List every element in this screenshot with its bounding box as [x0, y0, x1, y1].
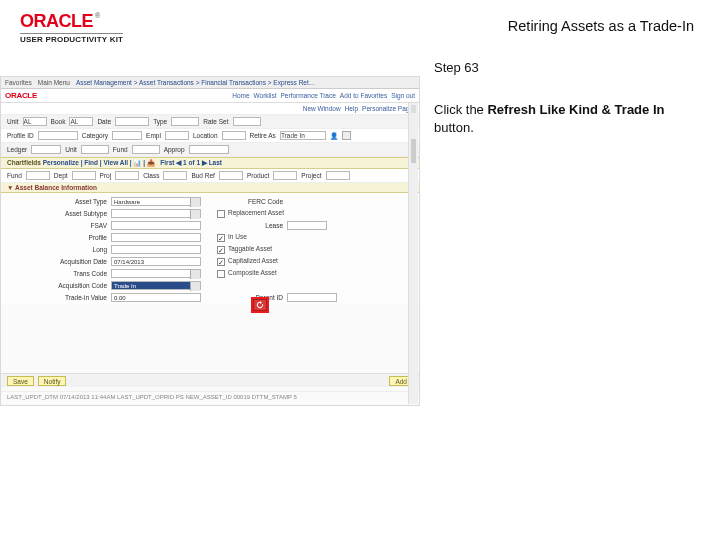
cf-product[interactable] [273, 171, 297, 180]
breadcrumb-bar: Favorites Main Menu Asset Management > A… [1, 77, 419, 89]
ledger-field[interactable] [31, 145, 61, 154]
type-field[interactable] [171, 117, 199, 126]
fsav-label: FSAV [91, 222, 112, 229]
refresh-like-kind-trade-in-button[interactable] [253, 299, 267, 311]
worklist-link[interactable]: Worklist [254, 92, 277, 99]
profile-field[interactable] [38, 131, 78, 140]
acq-code-field[interactable]: Trade In [111, 281, 201, 290]
save-button[interactable]: Save [7, 376, 34, 386]
asset-subtype-label: Asset Subtype [65, 210, 111, 217]
acq-date-field[interactable]: 07/14/2013 [111, 257, 201, 266]
oracle-upk-logo: ORACLE® USER PRODUCTIVITY KIT [20, 12, 123, 44]
book-field[interactable]: AL [69, 117, 93, 126]
mini-oracle-logo: ORACLE [5, 91, 37, 100]
cf-class[interactable] [163, 171, 187, 180]
asset-type-label: Asset Type [75, 198, 111, 205]
cf-budref[interactable] [219, 171, 243, 180]
upk-subtitle: USER PRODUCTIVITY KIT [20, 33, 123, 44]
ferc-label: FERC Code [248, 198, 287, 205]
home-link[interactable]: Home [232, 92, 249, 99]
new-window-link[interactable]: New Window [303, 105, 341, 112]
pager-count[interactable]: First ◀ 1 of 1 ▶ Last [160, 159, 222, 166]
profile-detail-field[interactable] [111, 233, 201, 242]
oracle-logo: ORACLE® [20, 12, 100, 30]
cf-dept[interactable] [72, 171, 96, 180]
cf-proj[interactable] [115, 171, 139, 180]
rateset-field[interactable] [233, 117, 261, 126]
retireas-field[interactable]: Trade In [280, 131, 326, 140]
lease-label: Lease [265, 222, 287, 229]
date-label: Date [97, 118, 111, 125]
replace-asset-checkbox[interactable] [217, 210, 225, 218]
lease-field[interactable] [287, 221, 327, 230]
approp-field[interactable] [189, 145, 229, 154]
cf-project[interactable] [326, 171, 350, 180]
instruction-bold: Refresh Like Kind & Trade In [487, 102, 664, 117]
personalize-grid-link[interactable]: Personalize [43, 159, 79, 166]
refresh-like-kind-highlight [253, 299, 267, 311]
capitalized-row: Capitalized Asset [217, 257, 287, 265]
fund-field[interactable] [132, 145, 160, 154]
book-label: Book [51, 118, 66, 125]
signout-link[interactable]: Sign out [391, 92, 415, 99]
ledger-row: Ledger Unit Fund Approp [1, 143, 419, 157]
col-class: Class [143, 172, 159, 179]
oracle-logo-text: ORACLE [20, 11, 93, 31]
scrollbar[interactable] [408, 103, 418, 404]
ledger-label: Ledger [7, 146, 27, 153]
screenshot-panel: Favorites Main Menu Asset Management > A… [0, 76, 420, 406]
long-label: Long [93, 246, 111, 253]
fsav-field[interactable] [111, 221, 201, 230]
oracle-app-screenshot: Favorites Main Menu Asset Management > A… [0, 76, 420, 406]
col-fund: Fund [7, 172, 22, 179]
favorites-menu[interactable]: Favorites [5, 79, 32, 86]
empl-field[interactable] [165, 131, 189, 140]
empl-label: Empl [146, 132, 161, 139]
acq-date-label: Acquisition Date [60, 258, 111, 265]
composite-checkbox[interactable] [217, 270, 225, 278]
long-field[interactable] [111, 245, 201, 254]
unit-row: Unit AL Book AL Date Type Rate Set [1, 115, 419, 129]
asset-type-field[interactable]: Hardware [111, 197, 201, 206]
tradein-value-label: Trade-in Value [65, 294, 111, 301]
chartfields-label: Chartfields [7, 159, 41, 166]
main-menu[interactable]: Main Menu [38, 79, 70, 86]
date-field[interactable] [115, 117, 149, 126]
fund-label: Fund [113, 146, 128, 153]
capitalized-checkbox[interactable] [217, 258, 225, 266]
category-field[interactable] [112, 131, 142, 140]
addfav-link[interactable]: Add to Favorites [340, 92, 387, 99]
taggable-checkbox[interactable] [217, 246, 225, 254]
header: ORACLE® USER PRODUCTIVITY KIT Retiring A… [0, 0, 720, 50]
notify-button[interactable]: Notify [38, 376, 67, 386]
ledger-unit-field[interactable] [81, 145, 109, 154]
col-product: Product [247, 172, 269, 179]
grid-pager: Personalize | Find | View All | 📊 | 📥 Fi… [43, 159, 222, 166]
rateset-label: Rate Set [203, 118, 228, 125]
lookup-icon[interactable] [342, 131, 351, 140]
profile-detail-label: Profile [89, 234, 111, 241]
instruction-suffix: button. [434, 120, 474, 135]
location-field[interactable] [222, 131, 246, 140]
personalize-link[interactable]: Personalize Page [362, 105, 413, 112]
help-link[interactable]: Help [345, 105, 358, 112]
unit-field[interactable]: AL [23, 117, 47, 126]
asset-subtype-field[interactable] [111, 209, 201, 218]
ledger-unit-label: Unit [65, 146, 77, 153]
breadcrumb[interactable]: Asset Management > Asset Transactions > … [76, 79, 315, 86]
audit-info: LAST_UPDT_DTM 07/14/2013 11:44AM LAST_UP… [1, 391, 419, 405]
instruction-prefix: Click the [434, 102, 487, 117]
app-header-row: ORACLE Home Worklist Performance Trace A… [1, 89, 419, 103]
tradein-value-field[interactable]: 0.00 [111, 293, 201, 302]
parent-id-field[interactable] [287, 293, 337, 302]
cf-fund[interactable] [26, 171, 50, 180]
app-header-links: Home Worklist Performance Trace Add to F… [232, 92, 415, 99]
find-link[interactable]: Find | View All [84, 159, 128, 166]
asset-balance-header[interactable]: ▼ Asset Balance Information [1, 183, 419, 193]
instruction-panel: Step 63 Click the Refresh Like Kind & Tr… [420, 54, 710, 137]
col-dept: Dept [54, 172, 68, 179]
refresh-icon [256, 301, 264, 309]
perftrace-link[interactable]: Performance Trace [281, 92, 336, 99]
trans-code-field[interactable] [111, 269, 201, 278]
inuse-checkbox[interactable] [217, 234, 225, 242]
